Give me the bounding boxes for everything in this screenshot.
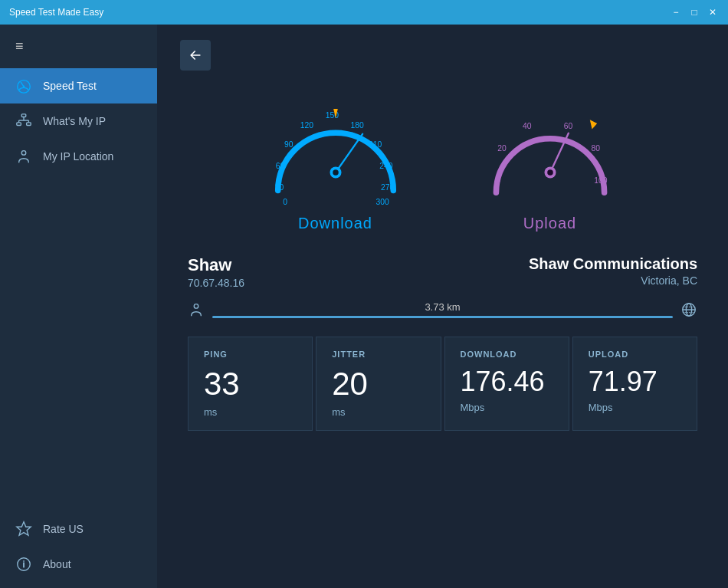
- svg-marker-10: [17, 522, 31, 535]
- sidebar: ≡ Speed Test What's My IP: [0, 25, 157, 588]
- jitter-unit: ms: [332, 406, 425, 418]
- isp-left: Shaw 70.67.48.16: [188, 255, 244, 289]
- stats-grid: PING 33 ms JITTER 20 ms DOWNLOAD 176.46 …: [188, 337, 697, 431]
- download-stat-value: 176.46: [461, 368, 553, 396]
- network-icon: [15, 113, 32, 130]
- svg-text:210: 210: [369, 140, 382, 149]
- hamburger-menu-icon[interactable]: ≡: [0, 25, 157, 68]
- close-button[interactable]: ✕: [707, 6, 719, 18]
- minimize-button[interactable]: −: [670, 6, 682, 18]
- distance-row: 3.73 km: [180, 301, 705, 318]
- svg-text:180: 180: [350, 121, 364, 130]
- svg-point-39: [194, 304, 198, 309]
- sidebar-bottom: Rate US About: [0, 511, 157, 588]
- svg-text:80: 80: [591, 144, 600, 153]
- app-body: ≡ Speed Test What's My IP: [0, 25, 728, 588]
- isp-location: Victoria, BC: [529, 274, 697, 287]
- distance-bar: [212, 316, 673, 318]
- isp-company: Shaw Communications: [529, 255, 697, 273]
- title-bar: Speed Test Made Easy − □ ✕: [0, 0, 728, 25]
- svg-line-25: [336, 134, 362, 172]
- svg-text:300: 300: [375, 198, 389, 206]
- sidebar-item-speed-test[interactable]: Speed Test: [0, 68, 157, 103]
- gauges-row: 150 120 180 90 210 60 240 30 270 0 300: [180, 86, 705, 232]
- jitter-value: 20: [332, 368, 425, 400]
- svg-text:100: 100: [594, 176, 608, 185]
- upload-gauge-label: Upload: [523, 215, 576, 232]
- sidebar-item-about[interactable]: About: [0, 547, 157, 582]
- upload-stat-card: UPLOAD 71.97 Mbps: [572, 337, 697, 431]
- ping-stat-card: PING 33 ms: [188, 337, 313, 431]
- ping-label: PING: [204, 350, 297, 359]
- svg-text:270: 270: [381, 183, 395, 192]
- svg-point-9: [21, 151, 26, 156]
- svg-text:60: 60: [275, 162, 284, 170]
- svg-text:60: 60: [563, 122, 572, 130]
- sidebar-item-my-ip-location-label: My IP Location: [43, 150, 113, 163]
- sidebar-item-about-label: About: [43, 558, 71, 570]
- svg-text:0: 0: [496, 176, 500, 185]
- svg-marker-38: [589, 120, 596, 129]
- jitter-stat-card: JITTER 20 ms: [316, 337, 441, 431]
- download-stat-label: DOWNLOAD: [461, 350, 553, 359]
- isp-name: Shaw: [188, 255, 244, 275]
- svg-text:240: 240: [379, 162, 393, 170]
- svg-text:40: 40: [523, 122, 532, 130]
- download-stat-card: DOWNLOAD 176.46 Mbps: [444, 337, 569, 431]
- svg-rect-3: [17, 123, 21, 126]
- svg-point-27: [333, 169, 339, 176]
- download-gauge-svg: 150 120 180 90 210 60 240 30 270 0 300: [259, 86, 412, 209]
- main-content: 150 120 180 90 210 60 240 30 270 0 300: [157, 25, 728, 588]
- svg-rect-4: [27, 123, 31, 126]
- svg-rect-2: [21, 114, 26, 117]
- upload-gauge-container: 40 60 20 80 0 100 Upload: [474, 86, 627, 232]
- sidebar-item-speed-test-label: Speed Test: [43, 80, 97, 92]
- app-title: Speed Test Made Easy: [9, 7, 103, 18]
- download-gauge-container: 150 120 180 90 210 60 240 30 270 0 300: [259, 86, 412, 232]
- svg-text:90: 90: [284, 140, 293, 149]
- window-controls: − □ ✕: [670, 6, 719, 18]
- person-location-icon: [15, 148, 32, 165]
- distance-bar-wrap: 3.73 km: [212, 301, 673, 318]
- connection-info: Shaw 70.67.48.16 Shaw Communications Vic…: [180, 255, 705, 289]
- svg-text:0: 0: [283, 198, 287, 206]
- download-stat-unit: Mbps: [461, 402, 553, 413]
- svg-point-37: [547, 169, 553, 176]
- maximize-button[interactable]: □: [688, 6, 700, 18]
- back-arrow-icon: [188, 48, 203, 63]
- sidebar-item-whats-my-ip-label: What's My IP: [43, 115, 106, 127]
- info-icon: [15, 556, 32, 573]
- upload-gauge-svg: 40 60 20 80 0 100: [474, 86, 627, 209]
- svg-text:20: 20: [497, 144, 507, 153]
- distance-text: 3.73 km: [425, 301, 460, 313]
- sidebar-item-my-ip-location[interactable]: My IP Location: [0, 139, 157, 174]
- sidebar-item-rate-us-label: Rate US: [43, 523, 84, 535]
- upload-stat-label: UPLOAD: [589, 350, 681, 359]
- svg-point-13: [23, 560, 25, 562]
- globe-icon: [680, 301, 697, 318]
- star-icon: [15, 521, 32, 537]
- ping-value: 33: [204, 368, 297, 400]
- sidebar-item-rate-us[interactable]: Rate US: [0, 511, 157, 547]
- speedometer-icon: [15, 77, 32, 94]
- download-gauge-label: Download: [298, 215, 372, 232]
- isp-right: Shaw Communications Victoria, BC: [529, 255, 697, 287]
- upload-stat-unit: Mbps: [589, 402, 681, 413]
- svg-text:120: 120: [300, 121, 313, 130]
- person-icon: [188, 301, 205, 318]
- isp-ip: 70.67.48.16: [188, 277, 244, 289]
- ping-unit: ms: [204, 406, 297, 418]
- sidebar-item-whats-my-ip[interactable]: What's My IP: [0, 103, 157, 139]
- svg-text:30: 30: [274, 183, 284, 192]
- back-button[interactable]: [180, 40, 211, 71]
- upload-stat-value: 71.97: [589, 368, 681, 396]
- jitter-label: JITTER: [332, 350, 425, 359]
